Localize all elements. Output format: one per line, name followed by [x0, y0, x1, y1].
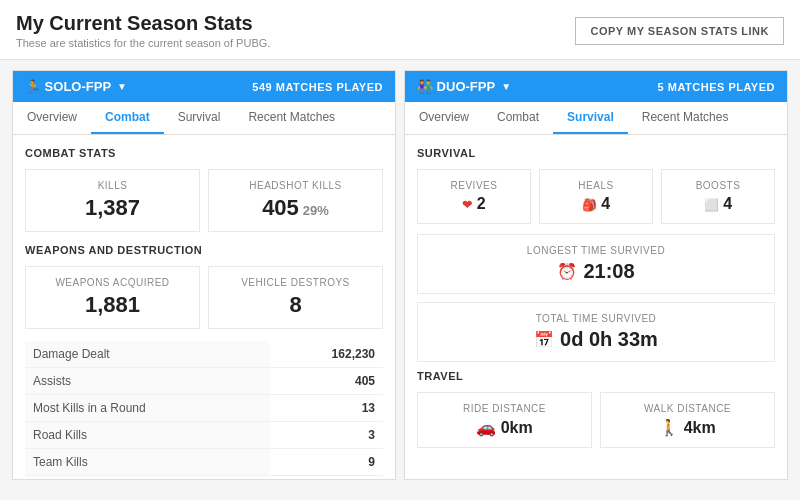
solo-matches-count: 549 MATCHES PLAYED — [252, 81, 383, 93]
revives-card: REVIVES ❤ 2 — [417, 169, 531, 224]
weapons-stats-row: WEAPONS ACQUIRED 1,881 VEHICLE DESTROYS … — [25, 266, 383, 329]
kills-label: KILLS — [38, 180, 187, 191]
weapons-section-title: WEAPONS AND DESTRUCTION — [25, 244, 383, 256]
solo-tab-survival[interactable]: Survival — [164, 102, 235, 134]
vehicle-card: VEHICLE DESTROYS 8 — [208, 266, 383, 329]
duo-matches-count: 5 MATCHES PLAYED — [658, 81, 775, 93]
boosts-label: BOOSTS — [670, 180, 766, 191]
longest-label: LONGEST TIME SURVIVED — [430, 245, 762, 256]
duo-panel-body: SURVIVAL REVIVES ❤ 2 HEALS 🎒 4 — [405, 135, 787, 479]
main-content: 🏃 SOLO-FPP ▼ 549 MATCHES PLAYED Overview… — [0, 60, 800, 490]
survival-stats-row: REVIVES ❤ 2 HEALS 🎒 4 BOOSTS — [417, 169, 775, 224]
page-header: My Current Season Stats These are statis… — [0, 0, 800, 60]
kills-value: 1,387 — [38, 195, 187, 221]
kills-card: KILLS 1,387 — [25, 169, 200, 232]
solo-tabs: Overview Combat Survival Recent Matches — [13, 102, 395, 135]
total-value: 📅 0d 0h 33m — [430, 328, 762, 351]
travel-row: RIDE DISTANCE 🚗 0km WALK DISTANCE 🚶 4km — [417, 392, 775, 448]
headshot-label: HEADSHOT KILLS — [221, 180, 370, 191]
weapons-card: WEAPONS ACQUIRED 1,881 — [25, 266, 200, 329]
ride-value: 🚗 0km — [430, 418, 579, 437]
walk-icon: 🚶 — [659, 419, 679, 436]
solo-chevron-icon: ▼ — [117, 81, 127, 92]
duo-tabs: Overview Combat Survival Recent Matches — [405, 102, 787, 135]
solo-panel-header: 🏃 SOLO-FPP ▼ 549 MATCHES PLAYED — [13, 71, 395, 102]
vehicle-label: VEHICLE DESTROYS — [221, 277, 370, 288]
page-title: My Current Season Stats — [16, 12, 270, 35]
boosts-card: BOOSTS ⬜ 4 — [661, 169, 775, 224]
total-survived-card: TOTAL TIME SURVIVED 📅 0d 0h 33m — [417, 302, 775, 362]
revives-value: ❤ 2 — [426, 195, 522, 213]
kills-stats-row: KILLS 1,387 HEADSHOT KILLS 40529% — [25, 169, 383, 232]
boosts-value: ⬜ 4 — [670, 195, 766, 213]
solo-panel: 🏃 SOLO-FPP ▼ 549 MATCHES PLAYED Overview… — [12, 70, 396, 480]
combat-stats-title: COMBAT STATS — [25, 147, 383, 159]
car-icon: 🚗 — [476, 419, 496, 436]
weapons-label: WEAPONS ACQUIRED — [38, 277, 187, 288]
heals-card: HEALS 🎒 4 — [539, 169, 653, 224]
solo-tab-recent-matches[interactable]: Recent Matches — [234, 102, 349, 134]
travel-section-title: TRAVEL — [417, 370, 775, 382]
table-row: Assists405 — [25, 368, 383, 395]
weapons-value: 1,881 — [38, 292, 187, 318]
table-row: Road Kills3 — [25, 422, 383, 449]
table-row: Team Kills9 — [25, 449, 383, 476]
boosts-icon: ⬜ — [704, 198, 719, 212]
duo-mode-label[interactable]: 👫 DUO-FPP ▼ — [417, 79, 511, 94]
solo-tab-combat[interactable]: Combat — [91, 102, 164, 134]
solo-tab-overview[interactable]: Overview — [13, 102, 91, 134]
longest-value: ⏰ 21:08 — [430, 260, 762, 283]
duo-tab-recent-matches[interactable]: Recent Matches — [628, 102, 743, 134]
ride-label: RIDE DISTANCE — [430, 403, 579, 414]
headshot-pct: 29% — [303, 203, 329, 218]
header-text: My Current Season Stats These are statis… — [16, 12, 270, 49]
duo-tab-survival[interactable]: Survival — [553, 102, 628, 134]
walk-value: 🚶 4km — [613, 418, 762, 437]
heals-icon: 🎒 — [582, 198, 597, 212]
duo-chevron-icon: ▼ — [501, 81, 511, 92]
headshot-card: HEADSHOT KILLS 40529% — [208, 169, 383, 232]
headshot-value: 40529% — [221, 195, 370, 221]
table-row: Damage Dealt162,230 — [25, 341, 383, 368]
combat-data-table: Damage Dealt162,230 Assists405 Most Kill… — [25, 341, 383, 476]
total-label: TOTAL TIME SURVIVED — [430, 313, 762, 324]
page-subtitle: These are statistics for the current sea… — [16, 37, 270, 49]
heals-label: HEALS — [548, 180, 644, 191]
walk-label: WALK DISTANCE — [613, 403, 762, 414]
survival-section-title: SURVIVAL — [417, 147, 775, 159]
ride-distance-card: RIDE DISTANCE 🚗 0km — [417, 392, 592, 448]
copy-stats-button[interactable]: COPY MY SEASON STATS LINK — [575, 17, 784, 45]
clock-icon: ⏰ — [557, 262, 577, 281]
duo-panel-header: 👫 DUO-FPP ▼ 5 MATCHES PLAYED — [405, 71, 787, 102]
vehicle-value: 8 — [221, 292, 370, 318]
calendar-icon: 📅 — [534, 330, 554, 349]
solo-mode-label[interactable]: 🏃 SOLO-FPP ▼ — [25, 79, 127, 94]
duo-tab-overview[interactable]: Overview — [405, 102, 483, 134]
table-row: Most Kills in a Round13 — [25, 395, 383, 422]
solo-panel-body: COMBAT STATS KILLS 1,387 HEADSHOT KILLS … — [13, 135, 395, 479]
longest-survived-card: LONGEST TIME SURVIVED ⏰ 21:08 — [417, 234, 775, 294]
revives-icon: ❤ — [462, 198, 472, 212]
duo-panel: 👫 DUO-FPP ▼ 5 MATCHES PLAYED Overview Co… — [404, 70, 788, 480]
heals-value: 🎒 4 — [548, 195, 644, 213]
revives-label: REVIVES — [426, 180, 522, 191]
walk-distance-card: WALK DISTANCE 🚶 4km — [600, 392, 775, 448]
duo-tab-combat[interactable]: Combat — [483, 102, 553, 134]
